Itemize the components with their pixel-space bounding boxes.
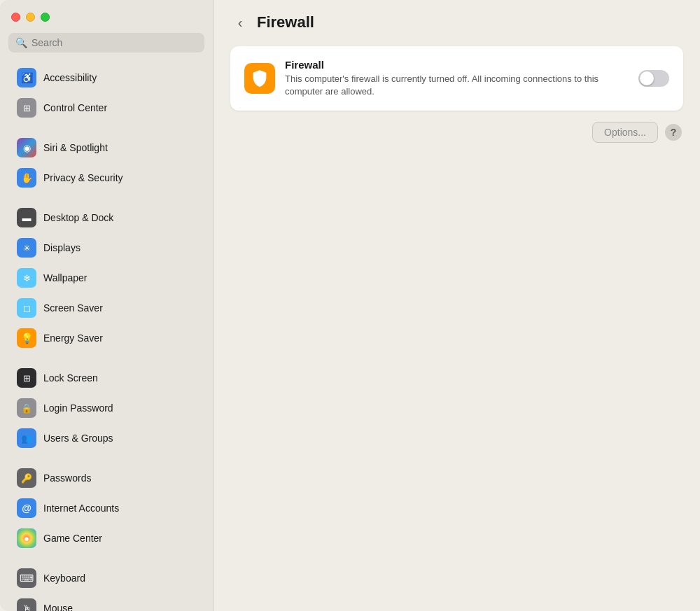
sidebar-item-desktop-dock[interactable]: ▬ Desktop & Dock [6, 203, 207, 232]
sidebar-item-accessibility[interactable]: ♿ Accessibility [6, 63, 207, 92]
firewall-toggle[interactable] [638, 70, 669, 87]
sidebar-group-2: ◉ Siri & Spotlight ✋ Privacy & Security [0, 133, 213, 192]
firewall-card: Firewall This computer's firewall is cur… [230, 46, 683, 111]
sidebar-item-lock-screen[interactable]: ⊞ Lock Screen [6, 363, 207, 393]
sidebar-label-wallpaper: Wallpaper [43, 272, 88, 283]
sidebar-item-internet-accounts[interactable]: @ Internet Accounts [6, 493, 207, 523]
keyboard-icon: ⌨ [17, 568, 36, 588]
siri-spotlight-icon: ◉ [17, 138, 36, 157]
page-title: Firewall [257, 13, 314, 31]
sidebar: 🔍 ♿ Accessibility ⊞ Control Center [0, 0, 214, 611]
sidebar-item-energy-saver[interactable]: 💡 Energy Saver [6, 323, 207, 353]
search-icon: 🔍 [15, 37, 27, 48]
accessibility-icon: ♿ [17, 68, 36, 87]
sidebar-group-4: ⊞ Lock Screen 🔒 Login Password 👥 Users &… [0, 363, 213, 453]
sidebar-item-users-groups[interactable]: 👥 Users & Groups [6, 423, 207, 453]
firewall-description: This computer's firewall is currently tu… [285, 73, 629, 98]
energy-saver-icon: 💡 [17, 328, 36, 348]
search-input[interactable] [31, 37, 197, 48]
sidebar-item-privacy-security[interactable]: ✋ Privacy & Security [6, 163, 207, 192]
sidebar-item-passwords[interactable]: 🔑 Passwords [6, 463, 207, 493]
sidebar-label-users-groups: Users & Groups [43, 433, 113, 444]
privacy-security-icon: ✋ [17, 168, 36, 188]
sidebar-item-mouse[interactable]: 🖱 Mouse [6, 594, 207, 611]
sidebar-label-lock-screen: Lock Screen [43, 372, 98, 384]
passwords-icon: 🔑 [17, 468, 36, 488]
close-button[interactable] [11, 13, 20, 22]
mouse-icon: 🖱 [17, 598, 36, 611]
sidebar-label-screen-saver: Screen Saver [43, 302, 103, 314]
sidebar-list: ♿ Accessibility ⊞ Control Center ◉ Siri … [0, 59, 213, 611]
sidebar-item-displays[interactable]: ✳ Displays [6, 233, 207, 262]
sidebar-item-wallpaper[interactable]: ❄ Wallpaper [6, 263, 207, 293]
sidebar-item-siri-spotlight[interactable]: ◉ Siri & Spotlight [6, 133, 207, 162]
lock-screen-icon: ⊞ [17, 368, 36, 388]
main-content: ‹ Firewall Firewall This computer's fire… [214, 0, 700, 611]
sidebar-label-accessibility: Accessibility [43, 72, 97, 83]
sidebar-group-3: ▬ Desktop & Dock ✳ Displays ❄ Wallpaper … [0, 203, 213, 353]
desktop-dock-icon: ▬ [17, 208, 36, 227]
control-center-icon: ⊞ [17, 98, 36, 118]
sidebar-label-mouse: Mouse [43, 603, 73, 611]
sidebar-label-passwords: Passwords [43, 472, 91, 484]
options-row: Options... ? [230, 122, 683, 143]
toggle-knob [640, 71, 654, 85]
sidebar-item-control-center[interactable]: ⊞ Control Center [6, 93, 207, 122]
firewall-title: Firewall [285, 59, 629, 71]
game-center-icon: ● [17, 528, 36, 548]
firewall-info: Firewall This computer's firewall is cur… [285, 59, 629, 98]
back-chevron-icon: ‹ [238, 15, 243, 31]
sidebar-label-internet-accounts: Internet Accounts [43, 503, 119, 514]
firewall-icon-wrap [244, 63, 275, 94]
sidebar-label-login-password: Login Password [43, 402, 113, 414]
sidebar-group-6: ⌨ Keyboard 🖱 Mouse [0, 563, 213, 611]
maximize-button[interactable] [41, 13, 50, 22]
options-button[interactable]: Options... [592, 122, 658, 143]
sidebar-group-1: ♿ Accessibility ⊞ Control Center [0, 63, 213, 122]
sidebar-label-siri-spotlight: Siri & Spotlight [43, 142, 108, 153]
sidebar-item-login-password[interactable]: 🔒 Login Password [6, 393, 207, 423]
wallpaper-icon: ❄ [17, 268, 36, 288]
sidebar-group-5: 🔑 Passwords @ Internet Accounts ● Game C… [0, 463, 213, 553]
displays-icon: ✳ [17, 238, 36, 258]
traffic-lights [0, 0, 213, 30]
main-header: ‹ Firewall [214, 0, 700, 41]
sidebar-label-desktop-dock: Desktop & Dock [43, 212, 113, 223]
search-bar: 🔍 [8, 33, 204, 52]
sidebar-label-control-center: Control Center [43, 102, 107, 113]
sidebar-label-displays: Displays [43, 242, 80, 253]
firewall-shield-icon [250, 69, 270, 88]
internet-accounts-icon: @ [17, 498, 36, 518]
login-password-icon: 🔒 [17, 398, 36, 418]
help-button[interactable]: ? [665, 124, 682, 141]
back-button[interactable]: ‹ [230, 13, 250, 32]
main-body: Firewall This computer's firewall is cur… [214, 41, 700, 611]
sidebar-label-keyboard: Keyboard [43, 573, 85, 584]
sidebar-item-screen-saver[interactable]: ◻ Screen Saver [6, 293, 207, 323]
users-groups-icon: 👥 [17, 428, 36, 448]
sidebar-label-energy-saver: Energy Saver [43, 332, 103, 344]
sidebar-label-privacy-security: Privacy & Security [43, 172, 123, 183]
minimize-button[interactable] [26, 13, 35, 22]
screen-saver-icon: ◻ [17, 298, 36, 318]
sidebar-item-game-center[interactable]: ● Game Center [6, 524, 207, 553]
sidebar-label-game-center: Game Center [43, 533, 102, 544]
sidebar-item-keyboard[interactable]: ⌨ Keyboard [6, 563, 207, 593]
